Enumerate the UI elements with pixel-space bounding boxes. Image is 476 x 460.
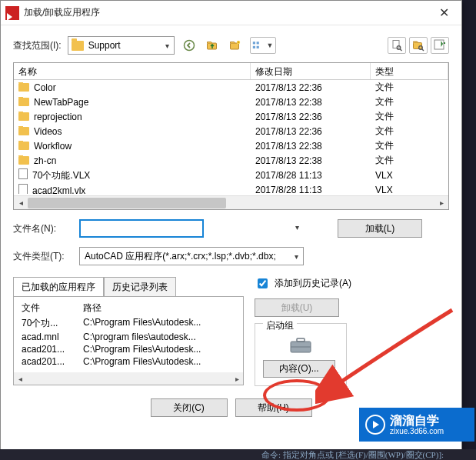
folder-icon bbox=[18, 98, 29, 106]
file-list-header: 名称 修改日期 类型 bbox=[14, 63, 448, 80]
help-button[interactable]: 帮助(H) bbox=[235, 398, 312, 417]
folder-icon bbox=[18, 83, 29, 92]
folder-icon bbox=[18, 156, 29, 165]
load-unload-dialog: 加载/卸载应用程序 ✕ 查找范围(I): Support ▾ ▼ bbox=[0, 0, 462, 450]
folder-icon bbox=[18, 142, 29, 150]
folder-icon bbox=[18, 127, 29, 135]
folder-icon bbox=[72, 41, 84, 51]
unload-button[interactable]: 卸载(U) bbox=[255, 298, 339, 317]
scroll-left-icon[interactable]: ◂ bbox=[14, 196, 28, 210]
watermark: 溜溜自学 zixue.3d66.com bbox=[359, 408, 474, 442]
col-type[interactable]: 类型 bbox=[371, 63, 448, 79]
scroll-right-icon[interactable]: ▸ bbox=[231, 372, 243, 385]
svg-rect-6 bbox=[257, 42, 259, 44]
status-hint: 命令: 指定对角点或 [栏选(F)/圈围(WP)/圈交(CP)]: bbox=[0, 449, 476, 460]
chevron-down-icon[interactable]: ▾ bbox=[295, 223, 299, 232]
file-row[interactable]: reprojection2017/8/13 22:36文件 bbox=[14, 109, 448, 124]
scroll-right-icon[interactable]: ▸ bbox=[434, 196, 448, 210]
file-row[interactable]: zh-cn2017/8/13 22:38文件 bbox=[14, 153, 448, 168]
loaded-col-path: 路径 bbox=[83, 302, 102, 315]
loaded-row[interactable]: acad201...C:\Program Files\Autodesk... bbox=[17, 355, 240, 368]
loaded-hscroll[interactable]: ◂ ▸ bbox=[14, 372, 243, 385]
contents-button[interactable]: 内容(O)... bbox=[263, 360, 335, 378]
add-history-input[interactable] bbox=[258, 278, 268, 288]
file-row[interactable]: acad2kml.vlx2017/8/28 11:13VLX bbox=[14, 182, 448, 194]
file-row[interactable]: 70个功能.VLX2017/8/28 11:13VLX bbox=[14, 168, 448, 182]
scroll-thumb[interactable] bbox=[28, 198, 226, 208]
file-icon bbox=[18, 168, 28, 179]
chevron-down-icon: ▾ bbox=[165, 42, 169, 50]
startup-group: 启动组 内容(O)... bbox=[255, 323, 347, 386]
file-row[interactable]: Videos2017/8/13 22:36文件 bbox=[14, 124, 448, 138]
close-icon[interactable]: ✕ bbox=[426, 1, 461, 25]
locate-icon[interactable] bbox=[409, 37, 428, 54]
back-icon[interactable] bbox=[181, 37, 198, 54]
add-history-label: 添加到历史记录(A) bbox=[275, 277, 351, 290]
file-row[interactable]: Color2017/8/13 22:36文件 bbox=[14, 80, 448, 95]
chevron-down-icon: ▾ bbox=[295, 252, 298, 261]
svg-rect-7 bbox=[257, 46, 259, 48]
loaded-row[interactable]: acad.mnlC:\program files\autodesk... bbox=[17, 331, 240, 343]
app-icon bbox=[5, 6, 19, 20]
lookin-combo[interactable]: Support ▾ bbox=[68, 36, 175, 55]
lookin-value: Support bbox=[88, 40, 121, 51]
filename-input[interactable] bbox=[79, 219, 204, 238]
loaded-row[interactable]: 70个功...C:\Program Files\Autodesk... bbox=[17, 316, 240, 331]
startup-legend: 启动组 bbox=[263, 319, 297, 332]
scroll-left-icon[interactable]: ◂ bbox=[14, 372, 26, 385]
watermark-url: zixue.3d66.com bbox=[390, 427, 444, 435]
filename-label: 文件名(N): bbox=[13, 222, 72, 235]
svg-rect-5 bbox=[253, 46, 255, 48]
lookin-label: 查找范围(I): bbox=[13, 39, 62, 52]
views-icon[interactable]: ▼ bbox=[250, 37, 276, 54]
svg-point-0 bbox=[184, 41, 194, 51]
folder-icon bbox=[18, 112, 29, 121]
briefcase-icon bbox=[289, 337, 312, 354]
add-history-checkbox[interactable]: 添加到历史记录(A) bbox=[255, 276, 449, 291]
filetype-value: AutoCAD 应用程序(*.arx;*.crx;*.lsp;*.dvb;*.d… bbox=[85, 250, 276, 263]
up-folder-icon[interactable] bbox=[204, 37, 221, 54]
filetype-combo[interactable]: AutoCAD 应用程序(*.arx;*.crx;*.lsp;*.dvb;*.d… bbox=[79, 247, 304, 265]
horizontal-scrollbar[interactable]: ◂ ▸ bbox=[14, 195, 448, 209]
svg-rect-8 bbox=[393, 41, 399, 48]
svg-rect-4 bbox=[253, 42, 255, 44]
add-favorite-icon[interactable] bbox=[431, 37, 449, 54]
loaded-col-file: 文件 bbox=[22, 302, 83, 315]
col-date[interactable]: 修改日期 bbox=[251, 63, 371, 79]
svg-line-13 bbox=[422, 49, 424, 51]
file-row[interactable]: Workflow2017/8/13 22:38文件 bbox=[14, 138, 448, 153]
new-folder-icon[interactable] bbox=[227, 37, 244, 54]
loaded-row[interactable]: acad201...C:\Program Files\Autodesk... bbox=[17, 343, 240, 355]
loaded-apps-list[interactable]: 文件 路径 70个功...C:\Program Files\Autodesk..… bbox=[13, 296, 244, 385]
watermark-text: 溜溜自学 bbox=[390, 414, 444, 428]
file-icon bbox=[18, 184, 28, 194]
find-file-icon[interactable] bbox=[388, 37, 406, 54]
svg-rect-2 bbox=[230, 43, 238, 49]
col-name[interactable]: 名称 bbox=[14, 63, 251, 79]
tab-history[interactable]: 历史记录列表 bbox=[104, 277, 176, 297]
file-row[interactable]: NewTabPage2017/8/13 22:38文件 bbox=[14, 95, 448, 109]
file-list[interactable]: 名称 修改日期 类型 Color2017/8/13 22:36文件NewTabP… bbox=[13, 62, 449, 210]
filetype-label: 文件类型(T): bbox=[13, 250, 72, 263]
load-button[interactable]: 加载(L) bbox=[338, 219, 422, 238]
svg-line-10 bbox=[400, 49, 401, 51]
titlebar: 加载/卸载应用程序 ✕ bbox=[1, 1, 461, 25]
close-button[interactable]: 关闭(C) bbox=[151, 398, 228, 417]
play-icon bbox=[365, 415, 385, 435]
svg-rect-16 bbox=[297, 338, 305, 342]
tab-loaded-apps[interactable]: 已加载的应用程序 bbox=[13, 277, 104, 297]
dialog-title: 加载/卸载应用程序 bbox=[24, 6, 426, 19]
